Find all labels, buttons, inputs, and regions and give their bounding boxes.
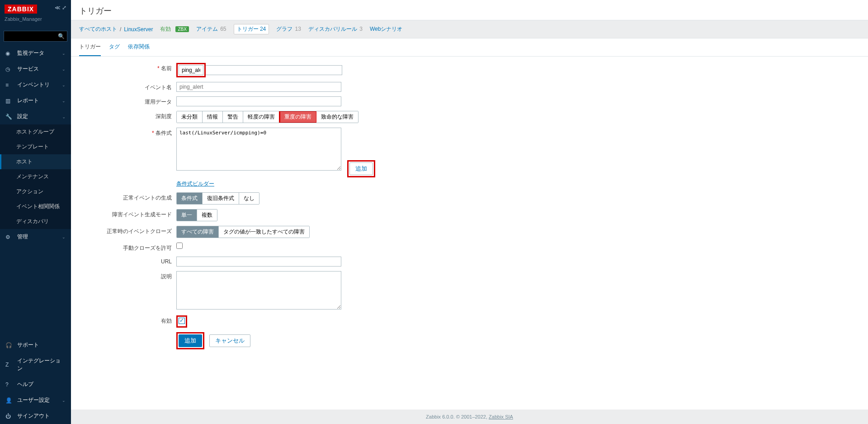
power-icon: ⏻ (5, 413, 13, 419)
severity-high[interactable]: 重度の障害 (280, 111, 316, 123)
nav-user-settings[interactable]: 👤 ユーザー設定 ⌄ (0, 392, 71, 408)
nav-web[interactable]: Webシナリオ (370, 25, 402, 33)
ok-close-label: 正常時のイベントクローズ (79, 226, 176, 235)
manual-close-checkbox[interactable] (176, 243, 183, 249)
tab-dependencies[interactable]: 依存関係 (128, 38, 150, 56)
tabs: トリガー タグ 依存関係 (71, 38, 868, 57)
nav-label: 管理 (17, 233, 28, 241)
nav-label: レポート (17, 97, 39, 105)
severity-warning[interactable]: 警告 (223, 111, 243, 123)
footer-text: Zabbix 6.0.0. © 2001–2022, (426, 414, 489, 419)
expression-builder-link[interactable]: 条件式ビルダー (176, 181, 214, 187)
submit-button[interactable]: 追加 (179, 334, 202, 347)
main: トリガー すべてのホスト / LinuxServer 有効 ZBX アイテム 6… (71, 0, 868, 424)
ok-event-expression[interactable]: 条件式 (177, 193, 203, 204)
collapse-icons[interactable]: ≪ ⤢ (55, 5, 66, 11)
description-label: 説明 (79, 271, 176, 281)
nav-label: ユーザー設定 (17, 396, 50, 404)
nav-support[interactable]: 🎧 サポート (0, 337, 71, 353)
nav-admin[interactable]: ⚙ 管理 ⌄ (0, 229, 71, 245)
nav-services[interactable]: ◷ サービス ⌄ (0, 61, 71, 77)
chevron-down-icon: ⌄ (62, 99, 66, 103)
nav-label: 監視データ (17, 49, 44, 57)
zbx-badge: ZBX (175, 26, 189, 32)
nav-integration[interactable]: Z インテグレーション (0, 353, 71, 376)
nav-help[interactable]: ? ヘルプ (0, 376, 71, 392)
severity-information[interactable]: 情報 (203, 111, 223, 123)
nav-triggers[interactable]: トリガー 24 (234, 24, 269, 34)
expression-label: 条件式 (79, 128, 176, 137)
manual-close-label: 手動クローズを許可 (79, 243, 176, 252)
footer-link[interactable]: Zabbix SIA (489, 414, 513, 419)
subnav-hostgroups[interactable]: ホストグループ (0, 124, 71, 139)
problem-mode-group: 単一 複数 (176, 209, 217, 221)
ok-event-recovery[interactable]: 復旧条件式 (203, 193, 239, 204)
ok-close-match[interactable]: タグの値が一致したすべての障害 (219, 226, 309, 238)
description-textarea[interactable] (176, 271, 341, 310)
subnav-event-correlation[interactable]: イベント相関関係 (0, 199, 71, 214)
nav-discovery[interactable]: ディスカバリルール 3 (308, 25, 363, 33)
footer: Zabbix 6.0.0. © 2001–2022, Zabbix SIA (71, 410, 868, 424)
status-enabled: 有効 (160, 25, 171, 33)
nav-items[interactable]: アイテム 65 (196, 25, 226, 33)
breadcrumb: すべてのホスト / LinuxServer 有効 ZBX アイテム 65 トリガ… (71, 20, 868, 38)
nav-settings[interactable]: 🔧 設定 ⌃ (0, 109, 71, 124)
problem-mode-multiple[interactable]: 複数 (197, 210, 217, 221)
sidebar: ZABBIX ≪ ⤢ Zabbix_Manager 🔍 ◉ 監視データ ⌄ ◷ … (0, 0, 71, 424)
logo[interactable]: ZABBIX (5, 5, 37, 14)
ok-close-group: すべての障害 タグの値が一致したすべての障害 (176, 226, 310, 238)
nav-inventory[interactable]: ≡ インベントリ ⌄ (0, 77, 71, 93)
help-icon: ? (5, 381, 13, 388)
tab-trigger[interactable]: トリガー (79, 38, 101, 56)
nav-label: サービス (17, 65, 39, 73)
enabled-checkbox[interactable] (179, 318, 185, 324)
manager-name: Zabbix_Manager (5, 16, 66, 22)
tab-tags[interactable]: タグ (109, 38, 120, 56)
wrench-icon: 🔧 (5, 114, 13, 120)
breadcrumb-separator: / (120, 26, 121, 33)
chevron-down-icon: ⌄ (62, 235, 66, 239)
subnav-templates[interactable]: テンプレート (0, 139, 71, 154)
chevron-up-icon: ⌃ (62, 114, 66, 119)
sidebar-bottom: 🎧 サポート Z インテグレーション ? ヘルプ 👤 ユーザー設定 ⌄ ⏻ サイ… (0, 337, 71, 424)
name-input-rest[interactable] (206, 65, 342, 75)
sidebar-header: ZABBIX ≪ ⤢ Zabbix_Manager (0, 0, 71, 26)
chevron-down-icon: ⌄ (62, 67, 66, 71)
chevron-down-icon: ⌄ (62, 398, 66, 403)
chart-icon: ▥ (5, 98, 13, 104)
breadcrumb-host[interactable]: LinuxServer (124, 26, 153, 33)
gauge-icon: ◷ (5, 66, 13, 72)
z-icon: Z (5, 362, 13, 368)
cancel-button[interactable]: キャンセル (209, 334, 250, 347)
search-box: 🔍 (4, 31, 67, 42)
eye-icon: ◉ (5, 50, 13, 57)
expression-textarea[interactable]: last(/LinuxServer/icmpping)=0 (176, 128, 341, 171)
severity-not-classified[interactable]: 未分類 (177, 111, 203, 123)
nav-signout[interactable]: ⏻ サインアウト (0, 408, 71, 424)
severity-average[interactable]: 軽度の障害 (243, 111, 280, 123)
event-name-input[interactable] (176, 82, 341, 92)
nav-label: ヘルプ (17, 381, 33, 388)
subnav-actions[interactable]: アクション (0, 184, 71, 199)
nav-graphs[interactable]: グラフ 13 (276, 25, 301, 33)
url-input[interactable] (176, 257, 341, 267)
subnav-discovery[interactable]: ディスカバリ (0, 214, 71, 229)
name-input[interactable] (179, 65, 203, 75)
subnav-maintenance[interactable]: メンテナンス (0, 169, 71, 184)
chevron-down-icon: ⌄ (62, 51, 66, 56)
user-icon: 👤 (5, 397, 13, 404)
event-name-label: イベント名 (79, 82, 176, 91)
problem-mode-single[interactable]: 単一 (177, 210, 197, 221)
op-data-input[interactable] (176, 96, 341, 106)
ok-close-all[interactable]: すべての障害 (177, 226, 219, 238)
nav-reports[interactable]: ▥ レポート ⌄ (0, 93, 71, 109)
expression-add-button[interactable]: 追加 (349, 162, 373, 175)
breadcrumb-all-hosts[interactable]: すべてのホスト (79, 25, 117, 33)
nav-monitoring[interactable]: ◉ 監視データ ⌄ (0, 45, 71, 61)
op-data-label: 運用データ (79, 96, 176, 106)
ok-event-none[interactable]: なし (239, 193, 259, 204)
search-icon[interactable]: 🔍 (58, 33, 65, 39)
ok-event-label: 正常イベントの生成 (79, 192, 176, 202)
severity-disaster[interactable]: 致命的な障害 (316, 111, 358, 123)
subnav-hosts[interactable]: ホスト (0, 154, 71, 169)
